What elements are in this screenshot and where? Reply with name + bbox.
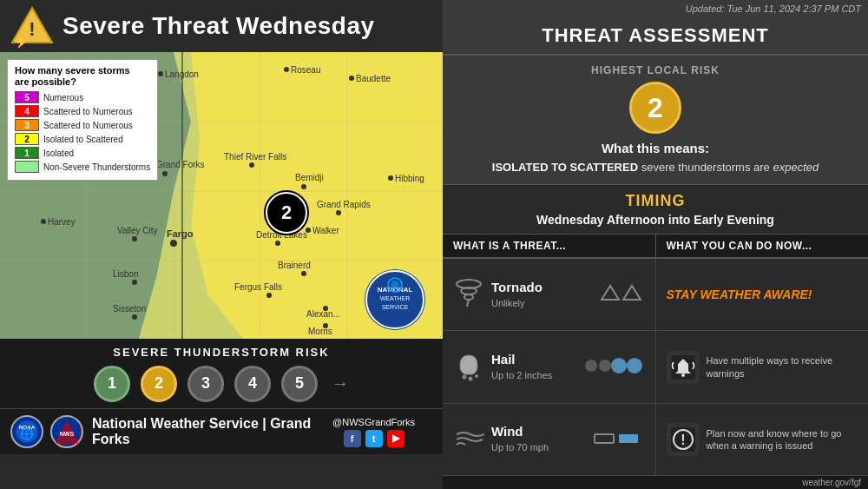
threats-header: WHAT IS A THREAT... WHAT YOU CAN DO NOW.… (443, 235, 868, 259)
legend-item-2: 2 Isolated to Scattered (15, 133, 150, 145)
footer-handle: @NWSGrandForks (332, 417, 415, 427)
timing-section: TIMING Wednesday Afternoon into Early Ev… (443, 185, 868, 235)
legend-item-5: 5 Numerous (15, 91, 150, 103)
svg-text:Brainerd: Brainerd (278, 261, 311, 270)
legend-title: How many severe stormsare possible? (15, 65, 150, 88)
legend-item-4: 4 Scattered to Numerous (15, 105, 150, 117)
svg-text:Harvey: Harvey (48, 217, 76, 227)
updated-text: Updated: Tue Jun 11, 2024 2:37 PM CDT (443, 0, 868, 14)
threats-col-left-header: WHAT IS A THREAT... (443, 235, 656, 257)
svg-text:Valley City: Valley City (117, 226, 158, 235)
threat-info-hail: Hail Up to 2 inches (491, 352, 552, 382)
legend-num-5: 5 (24, 93, 30, 102)
legend-item-3: 3 Scattered to Numerous (15, 119, 150, 131)
threat-name-wind: Wind (491, 424, 549, 439)
left-panel: ! ⚡ Severe Threat Wednesday (0, 0, 443, 489)
legend-label-5: Numerous (43, 93, 83, 102)
highest-local-risk-label: HIGHEST LOCAL RISK (460, 64, 851, 76)
svg-point-85 (463, 374, 467, 379)
what-means-label: What this means: (460, 141, 851, 155)
twitter-icon[interactable]: t (365, 430, 383, 447)
risk-bar-title: SEVERE THUNDERSTORM RISK (113, 346, 329, 359)
footer: NOAA NWS National Weather Service | Gran… (0, 408, 443, 454)
svg-text:Fergus Falls: Fergus Falls (234, 282, 282, 292)
svg-point-37 (388, 175, 393, 181)
map-area: Bottineau Langdon Roseau Baudette Minot … (0, 52, 443, 339)
threat-name-tornado: Tornado (491, 280, 542, 294)
svg-text:Roseau: Roseau (291, 65, 320, 75)
legend-num-3: 3 (24, 121, 30, 130)
means-description: ISOLATED TO SCATTERED severe thunderstor… (460, 160, 851, 175)
svg-point-33 (41, 219, 46, 224)
svg-point-88 (585, 360, 597, 372)
threat-info-wind: Wind Up to 70 mph (491, 424, 549, 454)
risk-number-big: 2 (629, 82, 681, 134)
threat-left-wind: Wind Up to 70 mph (443, 404, 656, 475)
svg-text:!: ! (681, 433, 685, 447)
header-title: Severe Threat Wednesday (62, 12, 375, 40)
svg-point-55 (132, 314, 137, 320)
risk-arrow: → (332, 373, 349, 393)
svg-text:Fargo: Fargo (167, 228, 194, 239)
footer-logos: NOAA NWS (10, 415, 83, 448)
legend-label-0: Non-Severe Thunderstorms (43, 162, 150, 172)
footer-icons: f t ▶ (344, 430, 404, 447)
svg-point-82 (464, 294, 473, 300)
threats-table: WHAT IS A THREAT... WHAT YOU CAN DO NOW.… (443, 235, 868, 476)
stay-weather-label: STAY WEATHER AWARE! (667, 287, 812, 301)
legend-label-3: Scattered to Numerous (43, 121, 133, 130)
svg-marker-83 (602, 286, 619, 300)
svg-point-91 (627, 358, 642, 373)
svg-point-93 (681, 373, 685, 377)
legend-item-0: Non-Severe Thunderstorms (15, 161, 150, 173)
svg-point-29 (162, 171, 168, 176)
legend-num-4: 4 (24, 107, 30, 116)
svg-marker-84 (623, 286, 641, 300)
svg-point-87 (475, 374, 478, 378)
youtube-icon[interactable]: ▶ (387, 430, 404, 447)
svg-text:Grand Rapids: Grand Rapids (317, 200, 371, 209)
threat-section: HIGHEST LOCAL RISK 2 What this means: IS… (443, 56, 868, 185)
wind-action-text: Plan now and know where to go when a war… (707, 427, 858, 453)
svg-point-17 (158, 71, 163, 76)
footer-social: @NWSGrandForks f t ▶ (332, 417, 415, 447)
risk-circle-1: 1 (94, 366, 130, 402)
threat-right-tornado: STAY WEATHER AWARE! (656, 259, 869, 330)
svg-point-35 (301, 184, 306, 189)
svg-text:Grand Forks: Grand Forks (156, 160, 205, 169)
hail-symbols (584, 355, 645, 380)
means-highlight: ISOLATED TO SCATTERED (492, 161, 638, 174)
svg-point-90 (611, 358, 627, 373)
svg-point-86 (469, 376, 473, 380)
threats-col-right-header: WHAT YOU CAN DO NOW... (656, 235, 869, 257)
svg-text:WEATHER: WEATHER (380, 295, 410, 301)
svg-point-21 (349, 76, 354, 81)
svg-text:Hibbing: Hibbing (395, 174, 424, 183)
legend-label-4: Scattered to Numerous (43, 107, 133, 116)
svg-point-43 (170, 240, 177, 247)
svg-text:Morris: Morris (308, 327, 332, 336)
svg-point-31 (249, 162, 254, 168)
svg-point-19 (284, 67, 289, 72)
threat-right-wind: ! Plan now and know where to go when a w… (656, 404, 869, 475)
risk-circle-3: 3 (187, 366, 224, 402)
footer-org-name: National Weather Service | Grand Forks (92, 416, 332, 447)
wind-icon (453, 422, 484, 457)
risk-circle-5: 5 (281, 366, 318, 402)
legend-num-2: 2 (24, 135, 30, 144)
threat-left-hail: Hail Up to 2 inches (443, 331, 656, 402)
threat-sub-hail: Up to 2 inches (491, 370, 552, 380)
means-rest: severe thunderstorms are (641, 161, 773, 174)
svg-point-53 (266, 293, 272, 298)
svg-text:Langdon: Langdon (165, 69, 199, 79)
nws-logo: NWS (50, 415, 83, 448)
svg-text:Sisseton: Sisseton (113, 304, 146, 314)
threat-name-hail: Hail (491, 352, 552, 367)
threat-right-hail: Have multiple ways to receive warnings (656, 331, 869, 402)
facebook-icon[interactable]: f (344, 430, 361, 447)
storm-icon: ! ⚡ (10, 4, 54, 48)
hail-icon (453, 350, 484, 385)
threat-sub-tornado: Unlikely (491, 298, 525, 308)
svg-point-89 (599, 360, 611, 372)
svg-text:Lisbon: Lisbon (113, 269, 138, 279)
